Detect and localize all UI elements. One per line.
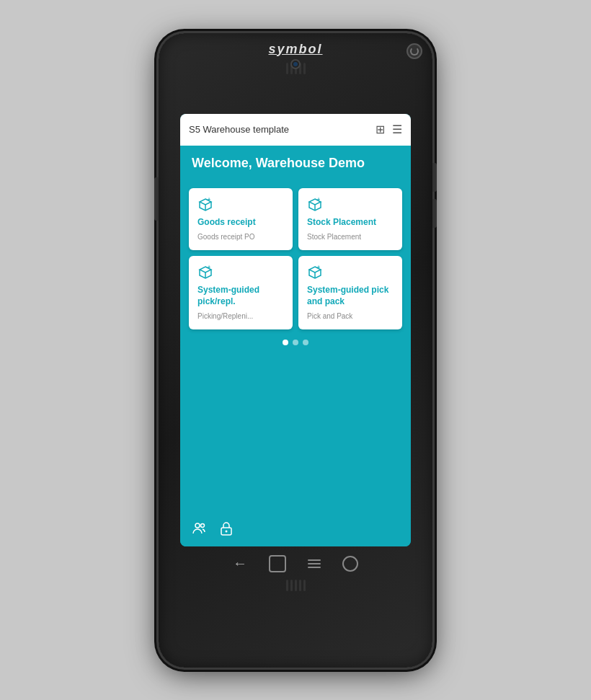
phone-top: symbol	[159, 33, 432, 57]
stock-placement-subtitle: Stock Placement	[307, 232, 394, 242]
top-bar-icons: ⊞ ☰	[376, 123, 402, 136]
system-pick-pack-icon: +	[307, 265, 323, 280]
svg-point-13	[201, 524, 205, 528]
top-bar: S5 Warehouse template ⊞ ☰	[180, 114, 411, 146]
phone-nav: ←	[180, 555, 411, 572]
goods-receipt-icon: +	[197, 197, 213, 213]
cards-row-2: + System-guided pick/repl. Picking/Reple…	[189, 256, 402, 329]
svg-point-15	[226, 531, 228, 533]
dot-3[interactable]	[303, 340, 308, 345]
main-content: + Goods receipt Goods receipt PO	[180, 181, 411, 515]
brand-name: symbol	[268, 42, 322, 57]
card-stock-placement[interactable]: + Stock Placement Stock Placement	[298, 188, 402, 251]
welcome-banner: Welcome, Warehouse Demo	[180, 146, 411, 181]
side-button-right-top[interactable]	[432, 163, 437, 192]
goods-receipt-title: Goods receipt	[197, 217, 284, 229]
svg-text:+: +	[208, 265, 210, 270]
screen-bezel: S5 Warehouse template ⊞ ☰ Welcome, Wareh…	[180, 114, 411, 546]
side-button-right-bottom[interactable]	[432, 199, 437, 228]
dot-2[interactable]	[293, 340, 298, 345]
system-pick-repl-icon: +	[197, 265, 213, 280]
card-system-pick-pack[interactable]: + System-guided pick and pack Pick and P…	[298, 256, 402, 329]
power-button[interactable]	[406, 43, 422, 59]
users-icon[interactable]	[192, 520, 208, 540]
card-goods-receipt[interactable]: + Goods receipt Goods receipt PO	[189, 188, 293, 251]
goods-receipt-subtitle: Goods receipt PO	[197, 232, 284, 242]
camera	[290, 59, 301, 69]
stock-placement-icon: +	[307, 197, 323, 213]
system-pick-pack-subtitle: Pick and Pack	[307, 311, 394, 321]
system-pick-pack-title: System-guided pick and pack	[307, 285, 394, 307]
app-screen: S5 Warehouse template ⊞ ☰ Welcome, Wareh…	[180, 114, 411, 546]
speaker-bottom	[286, 580, 306, 591]
grid-view-icon[interactable]: ⊞	[376, 123, 385, 136]
list-view-icon[interactable]: ☰	[392, 123, 402, 136]
cards-row-1: + Goods receipt Goods receipt PO	[189, 188, 402, 251]
welcome-text: Welcome, Warehouse Demo	[192, 156, 365, 170]
back-button[interactable]: ←	[233, 555, 247, 572]
app-title: S5 Warehouse template	[189, 124, 289, 135]
recents-button[interactable]	[308, 559, 321, 568]
svg-text:+: +	[317, 265, 320, 270]
lock-icon[interactable]	[219, 520, 234, 540]
card-system-pick-repl[interactable]: + System-guided pick/repl. Picking/Reple…	[189, 256, 293, 329]
phone-device: symbol S5 Warehouse template ⊞ ☰ Welcome…	[159, 33, 432, 668]
svg-text:+: +	[317, 197, 320, 202]
dot-1[interactable]	[283, 340, 288, 345]
stock-placement-title: Stock Placement	[307, 217, 394, 229]
home-button[interactable]	[269, 555, 286, 572]
bottom-toolbar	[180, 515, 411, 546]
svg-point-12	[195, 523, 200, 528]
side-button-left[interactable]	[154, 177, 159, 221]
system-pick-repl-title: System-guided pick/repl.	[197, 285, 284, 307]
page-indicators	[189, 335, 402, 350]
circle-button[interactable]	[342, 556, 358, 572]
system-pick-repl-subtitle: Picking/Repleni...	[197, 311, 284, 321]
svg-text:+: +	[208, 197, 210, 202]
